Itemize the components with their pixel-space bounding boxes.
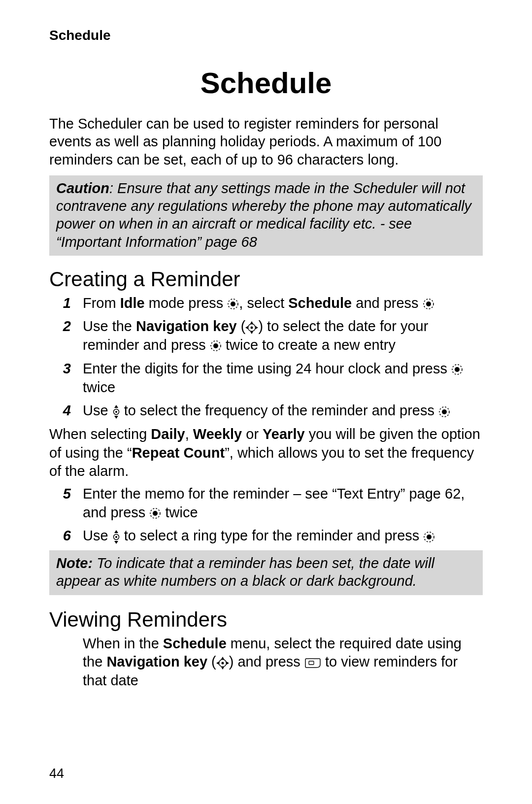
svg-point-21: [153, 511, 158, 516]
svg-point-29: [221, 662, 224, 664]
step-number: 1: [49, 294, 83, 313]
viewing-text: When in the: [83, 636, 163, 651]
svg-marker-31: [221, 667, 224, 670]
step-6: 6 Use to select a ring type for the remi…: [49, 527, 483, 545]
viewing-text: ) and press: [229, 654, 304, 670]
step-5: 5 Enter the memo for the reminder – see …: [49, 485, 483, 522]
step-body: Use the Navigation key () to select the …: [83, 317, 483, 354]
up-down-key-icon: [112, 405, 120, 419]
chapter-title: Schedule: [49, 66, 483, 100]
step-text: twice to create a new entry: [222, 337, 396, 353]
center-key-icon: [423, 298, 434, 310]
step-text: Enter the memo for the reminder – see “T…: [83, 486, 465, 520]
step-text: Enter the digits for the time using 24 h…: [83, 361, 451, 376]
svg-point-11: [213, 343, 218, 348]
caution-box: Caution: Ensure that any settings made i…: [49, 175, 483, 256]
mid-bold: Daily: [151, 426, 185, 442]
note-label: Note:: [56, 555, 93, 571]
steps-list-1: 1 From Idle mode press , select Schedule…: [49, 294, 483, 420]
step-number: 2: [49, 317, 83, 354]
step-3: 3 Enter the digits for the time using 24…: [49, 360, 483, 397]
mid-text: ,: [185, 426, 193, 442]
step-number: 5: [49, 485, 83, 522]
svg-marker-17: [114, 416, 118, 419]
viewing-body: When in the Schedule menu, select the re…: [83, 635, 483, 690]
mid-bold: Repeat Count: [132, 445, 225, 461]
step-text: to select the frequency of the reminder …: [120, 402, 438, 418]
svg-point-23: [115, 536, 117, 538]
center-key-icon: [451, 364, 463, 375]
step-text: twice: [161, 504, 198, 520]
svg-marker-25: [114, 541, 118, 544]
center-key-icon: [423, 531, 435, 543]
svg-rect-34: [309, 661, 314, 665]
svg-point-13: [455, 367, 460, 372]
intro-paragraph: The Scheduler can be used to register re…: [49, 115, 483, 168]
navigation-key-icon: [245, 321, 258, 334]
svg-marker-6: [250, 321, 253, 324]
svg-marker-8: [245, 326, 248, 329]
navigation-key-icon: [216, 657, 229, 670]
svg-marker-7: [250, 332, 253, 334]
step-body: Enter the digits for the time using 24 h…: [83, 360, 483, 397]
step-text: Use: [83, 402, 112, 418]
step-bold: Navigation key: [136, 318, 237, 334]
running-header: Schedule: [49, 28, 483, 43]
step-text: (: [237, 318, 246, 334]
mid-paragraph: When selecting Daily, Weekly or Yearly y…: [49, 425, 483, 481]
step-bold: Schedule: [288, 295, 352, 311]
svg-point-1: [231, 302, 235, 306]
steps-list-2: 5 Enter the memo for the reminder – see …: [49, 485, 483, 545]
step-text: to select a ring type for the reminder a…: [120, 528, 424, 543]
step-text: Use the: [83, 318, 136, 334]
svg-point-27: [427, 535, 432, 539]
svg-point-3: [426, 302, 431, 306]
step-4: 4 Use to select the frequency of the rem…: [49, 402, 483, 420]
step-text: and press: [352, 295, 422, 311]
mid-text: When selecting: [49, 426, 151, 442]
step-body: Use to select the frequency of the remin…: [83, 402, 483, 420]
section-heading-viewing: Viewing Reminders: [49, 608, 483, 632]
center-key-icon: [210, 340, 222, 352]
step-2: 2 Use the Navigation key () to select th…: [49, 317, 483, 354]
step-body: From Idle mode press , select Schedule a…: [83, 294, 483, 313]
note-box: Note: To indicate that a reminder has be…: [49, 550, 483, 595]
svg-point-15: [115, 411, 117, 413]
center-key-icon: [149, 507, 161, 519]
step-body: Use to select a ring type for the remind…: [83, 527, 483, 545]
step-text: mode press: [145, 295, 228, 311]
section-heading-creating: Creating a Reminder: [49, 268, 483, 291]
mid-bold: Yearly: [263, 426, 304, 442]
svg-marker-24: [114, 530, 118, 533]
step-number: 6: [49, 527, 83, 545]
svg-marker-32: [216, 662, 219, 665]
viewing-bold: Navigation key: [106, 654, 207, 670]
viewing-bold: Schedule: [163, 636, 227, 651]
caution-label: Caution: [56, 180, 109, 196]
center-key-icon: [227, 298, 239, 310]
note-body: To indicate that a reminder has been set…: [56, 555, 434, 589]
step-number: 3: [49, 360, 83, 397]
mid-text: or: [242, 426, 263, 442]
step-text: twice: [83, 379, 115, 395]
step-body: Enter the memo for the reminder – see “T…: [83, 485, 483, 522]
step-text: , select: [239, 295, 288, 311]
step-number: 4: [49, 402, 83, 420]
viewing-text: (: [207, 654, 216, 670]
mid-bold: Weekly: [193, 426, 242, 442]
manual-page: Schedule Schedule The Scheduler can be u…: [0, 0, 532, 804]
up-down-key-icon: [112, 530, 120, 544]
svg-marker-16: [114, 405, 118, 408]
page-number: 44: [49, 766, 64, 781]
step-text: Use: [83, 528, 112, 543]
step-text: From: [83, 295, 120, 311]
center-key-icon: [438, 406, 450, 418]
step-bold: Idle: [120, 295, 145, 311]
step-1: 1 From Idle mode press , select Schedule…: [49, 294, 483, 313]
svg-marker-30: [221, 657, 224, 659]
caution-body: : Ensure that any settings made in the S…: [56, 180, 471, 250]
svg-point-19: [442, 409, 447, 414]
softkey-icon: [304, 658, 321, 669]
svg-point-5: [251, 326, 253, 329]
